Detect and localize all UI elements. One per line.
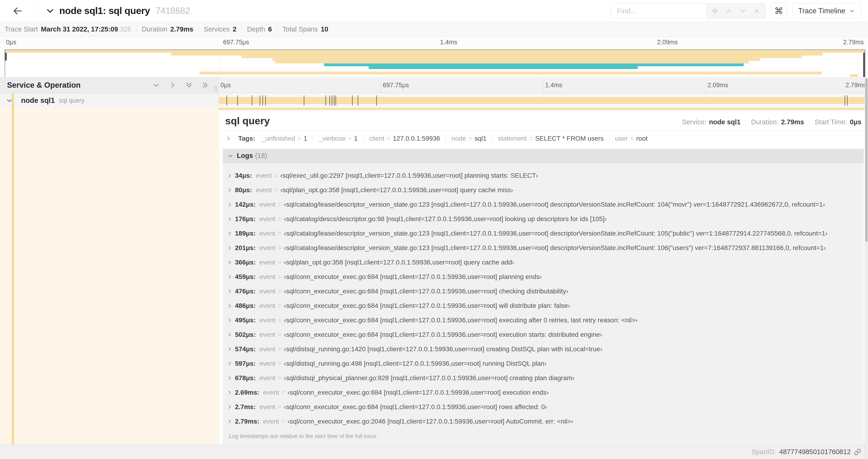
minimap-canvas[interactable] [5, 50, 865, 77]
prev-match-chevron-up-icon[interactable] [725, 7, 733, 14]
tag-value: 1 [304, 135, 307, 142]
log-entry[interactable]: 2.7ms:event=‹sql/conn_executor_exec.go:6… [226, 400, 862, 414]
log-timestamp: 2.69ms: [235, 389, 259, 396]
span-row-timeline-cell[interactable] [219, 93, 868, 108]
ruler-gridline [381, 77, 381, 93]
log-field-key: event [259, 346, 276, 353]
log-entry[interactable]: 366μs:event=‹sql/plan_opt.go:358 [nsql1,… [226, 255, 862, 270]
log-field-key: event [259, 360, 276, 367]
log-equals: = [278, 259, 281, 266]
log-entry[interactable]: 2.79ms:event=‹sql/conn_executor_exec.go:… [226, 414, 862, 429]
timeline-ruler: 0μs697.75μs1.4ms2.09ms2.79ms [219, 77, 868, 93]
log-entry[interactable]: 142μs:event=‹sql/catalog/lease/descripto… [226, 197, 862, 212]
summary-divider [242, 26, 242, 33]
timeline-gridline [381, 93, 381, 108]
title-area: node sql1: sql query 7418682 [35, 5, 190, 16]
log-chevron-right-icon [227, 303, 232, 308]
log-field-key: event [259, 288, 276, 295]
tag-value: SELECT * FROM users [535, 135, 603, 142]
keyboard-shortcuts-button[interactable]: ⌘ [771, 3, 787, 19]
trace-view-select-button[interactable]: Trace Timeline [793, 3, 861, 19]
log-field-value: ‹sql/conn_executor_exec.go:2046 [nsql1,c… [287, 418, 573, 425]
log-timestamp: 176μs: [235, 215, 256, 223]
minimap-right-scrubber[interactable] [863, 50, 865, 77]
log-field-key: event [259, 331, 276, 338]
log-entry[interactable]: 486μs:event=‹sql/conn_executor_exec.go:6… [226, 299, 862, 313]
log-field-key: event [263, 389, 279, 396]
expand-one-chevron-right-icon[interactable] [169, 81, 177, 89]
deep-link-icon[interactable] [854, 449, 861, 456]
tag-key: user [615, 135, 628, 142]
log-equals: = [278, 346, 281, 353]
log-marker-tick [352, 95, 352, 106]
span-accent-strip [219, 108, 868, 110]
tag-equals: = [630, 135, 634, 142]
minimap-span-bar [850, 74, 858, 77]
collapse-one-chevron-down-icon[interactable] [153, 81, 160, 89]
find-input[interactable] [611, 3, 706, 19]
service-operation-header: Service & Operation [0, 77, 219, 93]
expand-all-double-chevron-right-icon[interactable] [202, 81, 209, 89]
trace-view-page: node sql1: sql query 7418682 [0, 0, 868, 459]
next-match-chevron-down-icon[interactable] [739, 7, 746, 14]
log-marker-tick [304, 95, 304, 106]
minimap-span-bar [5, 50, 865, 53]
tags-accordion[interactable]: Tags: _unfinished=1_verbose=1client=127.… [219, 131, 868, 146]
log-field-value: ‹sql/conn_executor_exec.go:684 [nsql1,cl… [284, 302, 570, 309]
log-equals: = [278, 317, 281, 324]
title-chevron-down-icon[interactable] [46, 6, 55, 15]
span-id-value: 4877749850101760812 [779, 448, 851, 456]
log-entry[interactable]: 176μs:event=‹sql/catalog/descs/descripto… [226, 212, 862, 226]
log-chevron-right-icon [227, 173, 232, 178]
scrollbar-thumb[interactable] [865, 78, 868, 242]
start-time-label: Start Time: [814, 118, 847, 126]
log-chevron-right-icon [227, 202, 232, 207]
log-chevron-right-icon [227, 419, 232, 424]
log-chevron-right-icon [227, 274, 232, 280]
log-entry[interactable]: 34μs:event=‹sql/exec_util.go:2297 [nsql1… [226, 168, 862, 183]
summary-value: March 31 2022, 17:25:09 [41, 25, 118, 33]
summary-value: 10 [321, 25, 328, 33]
log-entry[interactable]: 678μs:event=‹sql/distsql_physical_planne… [226, 371, 862, 385]
tag-divider [363, 135, 364, 142]
log-field-value: ‹sql/catalog/lease/descriptor_version_st… [284, 244, 826, 252]
log-entry[interactable]: 476μs:event=‹sql/conn_executor_exec.go:6… [226, 284, 862, 299]
tag-equals: = [529, 135, 533, 142]
log-entry[interactable]: 201μs:event=‹sql/catalog/lease/descripto… [226, 241, 862, 255]
clear-find-x-icon[interactable] [753, 8, 760, 14]
tag-value: 1 [354, 135, 358, 142]
log-marker-tick [332, 95, 332, 106]
tag-item: _verbose=1 [319, 135, 358, 142]
log-field-value: ‹sql/catalog/lease/descriptor_version_st… [284, 230, 828, 237]
log-entry[interactable]: 495μs:event=‹sql/conn_executor_exec.go:6… [226, 313, 862, 327]
log-chevron-right-icon [227, 245, 232, 251]
vertical-scrollbar[interactable] [865, 77, 868, 459]
tag-item: client=127.0.0.1:59936 [369, 135, 440, 142]
log-entry[interactable]: 80μs:event=‹sql/plan_opt.go:358 [nsql1,c… [226, 183, 862, 197]
log-chevron-right-icon [227, 361, 232, 366]
focus-match-icon[interactable] [711, 7, 718, 14]
trace-minimap: 0μs697.75μs1.4ms2.09ms2.79ms [0, 37, 868, 77]
log-entry[interactable]: 574μs:event=‹sql/distsql_running.go:1420… [226, 342, 862, 356]
log-field-value: ‹sql/conn_executor_exec.go:684 [nsql1,cl… [284, 288, 568, 295]
log-entry[interactable]: 2.69ms:event=‹sql/conn_executor_exec.go:… [226, 385, 862, 400]
logs-header[interactable]: Logs (18) [223, 149, 864, 163]
summary-item: Total Spans10 [282, 25, 328, 33]
back-button[interactable] [0, 0, 35, 22]
column-resizer-grip[interactable] [214, 86, 217, 91]
collapse-all-double-chevron-down-icon[interactable] [185, 81, 193, 89]
log-entry[interactable]: 459μs:event=‹sql/conn_executor_exec.go:6… [226, 270, 862, 284]
log-entry[interactable]: 189μs:event=‹sql/catalog/lease/descripto… [226, 226, 862, 241]
logs-list: 34μs:event=‹sql/exec_util.go:2297 [nsql1… [223, 163, 864, 445]
log-marker-tick [226, 95, 227, 106]
logs-title: Logs [237, 152, 253, 160]
minimap-tick-label: 2.79ms [843, 39, 864, 46]
service-label: Service: [682, 118, 707, 126]
log-entry[interactable]: 502μs:event=‹sql/conn_executor_exec.go:6… [226, 327, 862, 342]
span-row-name-cell[interactable]: node sql1 sql query [0, 93, 219, 108]
log-timestamp: 34μs: [235, 172, 252, 179]
header-actions: ⌘ Trace Timeline [611, 3, 868, 19]
log-entry[interactable]: 597μs:event=‹sql/distsql_running.go:498 … [226, 356, 862, 371]
log-marker-tick [326, 95, 326, 106]
log-equals: = [278, 244, 281, 252]
